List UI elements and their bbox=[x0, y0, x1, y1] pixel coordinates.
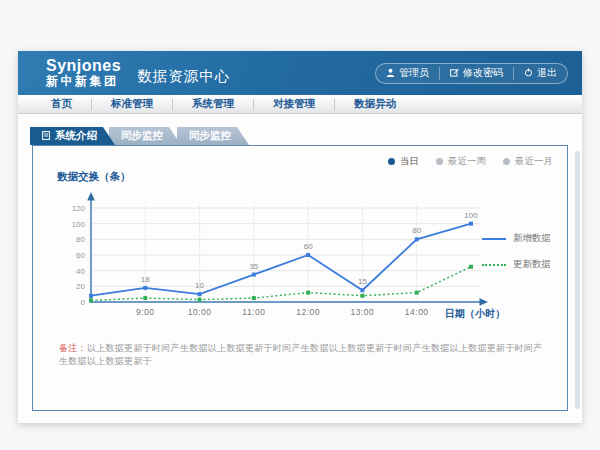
radio-dot-icon bbox=[388, 158, 395, 165]
tab-sync-monitor-1[interactable]: 同步监控 bbox=[109, 127, 181, 145]
point-marker bbox=[306, 291, 310, 295]
tab-system-intro[interactable]: 系统介绍 bbox=[30, 127, 115, 145]
app-title: 数据资源中心 bbox=[137, 67, 230, 86]
app-window: Synjones 新中新集团 数据资源中心 管理员 修改密码 bbox=[18, 51, 582, 423]
x-tick-label: 10:00 bbox=[188, 307, 212, 317]
point-label: 10 bbox=[195, 281, 204, 290]
dotted-line-icon bbox=[482, 264, 506, 266]
brand-logo-cn: 新中新集团 bbox=[46, 75, 121, 88]
y-tick-label: 100 bbox=[72, 220, 86, 229]
page-background: Synjones 新中新集团 数据资源中心 管理员 修改密码 bbox=[0, 0, 600, 450]
x-axis-arrow-icon bbox=[480, 298, 489, 306]
legend-label: 更新数据 bbox=[513, 258, 551, 271]
content-panel: 当日 最近一周 最近一月 数据交换（条） 0204060801001201810… bbox=[32, 145, 568, 411]
change-password-label: 修改密码 bbox=[463, 66, 503, 80]
tab-label: 同步监控 bbox=[121, 129, 163, 143]
x-tick-label: 14:00 bbox=[405, 307, 429, 317]
footnote-text: 以上数据更新于时间产生数据以上数据更新于时间产生数据以上数据更新于时间产生数据以… bbox=[59, 343, 543, 366]
legend-label: 新增数据 bbox=[513, 232, 551, 245]
tab-strip: 系统介绍 同步监控 同步监控 bbox=[30, 127, 582, 145]
y-tick-label: 60 bbox=[76, 251, 85, 260]
radio-last-week-label: 最近一周 bbox=[448, 155, 486, 168]
point-marker bbox=[415, 237, 419, 241]
footnote-prefix: 备注： bbox=[59, 343, 87, 353]
point-marker bbox=[306, 253, 310, 257]
radio-today-label: 当日 bbox=[400, 155, 419, 168]
radio-last-month-label: 最近一月 bbox=[515, 155, 553, 168]
tab-label: 系统介绍 bbox=[55, 129, 97, 143]
point-label: 35 bbox=[249, 262, 258, 271]
main-nav: 首页 标准管理 系统管理 对接管理 数据异动 bbox=[18, 95, 582, 114]
logout-label: 退出 bbox=[537, 66, 557, 80]
point-label: 100 bbox=[464, 211, 478, 220]
brand-logo: Synjones 新中新集团 bbox=[46, 58, 121, 87]
nav-item-home[interactable]: 首页 bbox=[32, 97, 91, 111]
radio-dot-icon bbox=[503, 158, 510, 165]
legend-item-new-data: 新增数据 bbox=[482, 232, 551, 245]
x-tick-label: 12:00 bbox=[296, 307, 320, 317]
point-marker bbox=[143, 286, 147, 290]
point-marker bbox=[415, 291, 419, 295]
brand-logo-en: Synjones bbox=[46, 58, 121, 75]
header: Synjones 新中新集团 数据资源中心 管理员 修改密码 bbox=[18, 51, 582, 95]
point-marker bbox=[469, 265, 473, 269]
user-icon bbox=[386, 68, 395, 79]
point-marker bbox=[198, 298, 202, 302]
y-tick-label: 120 bbox=[72, 204, 86, 213]
current-user-label: 管理员 bbox=[399, 66, 429, 80]
nav-item-interface-mgmt[interactable]: 对接管理 bbox=[254, 97, 334, 111]
x-tick-label: 13:00 bbox=[351, 307, 375, 317]
y-tick-label: 40 bbox=[76, 267, 85, 276]
radio-dot-icon bbox=[436, 158, 443, 165]
point-marker bbox=[89, 294, 93, 298]
document-icon bbox=[42, 130, 50, 142]
tab-label: 同步监控 bbox=[189, 129, 231, 143]
tab-sync-monitor-2[interactable]: 同步监控 bbox=[177, 127, 249, 145]
point-marker bbox=[143, 296, 147, 300]
time-range-filter: 当日 最近一周 最近一月 bbox=[388, 155, 553, 168]
edit-icon bbox=[450, 68, 459, 79]
change-password-button[interactable]: 修改密码 bbox=[439, 67, 513, 80]
footnote: 备注：以上数据更新于时间产生数据以上数据更新于时间产生数据以上数据更新于时间产生… bbox=[59, 342, 549, 368]
point-label: 60 bbox=[304, 242, 313, 251]
current-user[interactable]: 管理员 bbox=[376, 67, 439, 80]
point-label: 18 bbox=[141, 275, 150, 284]
point-marker bbox=[360, 288, 364, 292]
radio-today[interactable]: 当日 bbox=[388, 155, 419, 168]
nav-item-standard-mgmt[interactable]: 标准管理 bbox=[92, 97, 172, 111]
point-marker bbox=[469, 222, 473, 226]
point-marker bbox=[252, 273, 256, 277]
y-tick-label: 80 bbox=[76, 235, 85, 244]
power-icon bbox=[524, 68, 533, 79]
y-tick-label: 20 bbox=[76, 282, 85, 291]
radio-last-week[interactable]: 最近一周 bbox=[436, 155, 486, 168]
legend-item-updated-data: 更新数据 bbox=[482, 258, 551, 271]
point-label: 80 bbox=[412, 226, 421, 235]
y-axis-title: 数据交换（条） bbox=[57, 170, 131, 184]
x-tick-label: 9:00 bbox=[136, 307, 155, 317]
point-marker bbox=[252, 296, 256, 300]
nav-item-data-change[interactable]: 数据异动 bbox=[335, 97, 415, 111]
y-axis-arrow-icon bbox=[87, 192, 95, 201]
chart-legend: 新增数据 更新数据 bbox=[482, 232, 551, 271]
point-marker bbox=[198, 292, 202, 296]
x-tick-label: 11:00 bbox=[242, 307, 265, 317]
logout-button[interactable]: 退出 bbox=[513, 67, 567, 80]
y-tick-label: 0 bbox=[81, 298, 86, 307]
x-axis-title: 日期（小时） bbox=[445, 308, 505, 319]
point-label: 15 bbox=[358, 277, 367, 286]
radio-last-month[interactable]: 最近一月 bbox=[503, 155, 553, 168]
point-marker bbox=[89, 298, 93, 302]
point-marker bbox=[360, 294, 364, 298]
user-toolbar: 管理员 修改密码 退出 bbox=[375, 63, 568, 84]
nav-item-system-mgmt[interactable]: 系统管理 bbox=[173, 97, 253, 111]
scrollbar[interactable] bbox=[575, 151, 580, 409]
solid-line-icon bbox=[482, 238, 506, 240]
